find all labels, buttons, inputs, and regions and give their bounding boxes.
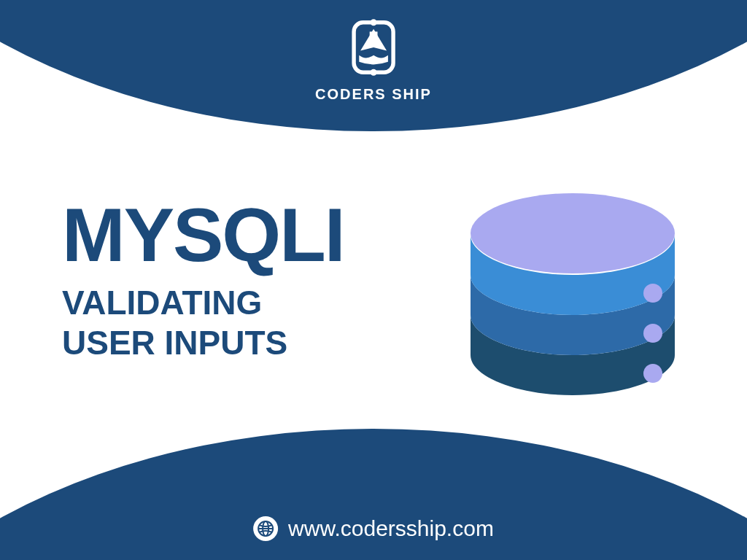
- svg-rect-3: [370, 31, 378, 36]
- brand-logo: CODERS SHIP: [315, 15, 432, 103]
- svg-point-2: [371, 69, 377, 76]
- footer-bar: www.codersship.com: [253, 516, 494, 541]
- brand-name: CODERS SHIP: [315, 86, 432, 103]
- database-icon: [452, 191, 693, 435]
- ship-logo-icon: [341, 15, 406, 83]
- svg-point-1: [371, 19, 377, 26]
- headline-block: MYSQLI VALIDATING USER INPUTS: [62, 197, 344, 363]
- subtitle-line-1: VALIDATING: [62, 283, 344, 323]
- website-url: www.codersship.com: [288, 516, 494, 541]
- svg-point-5: [643, 284, 662, 303]
- page-title: MYSQLI: [62, 197, 344, 273]
- subtitle-line-2: USER INPUTS: [62, 323, 344, 363]
- svg-point-7: [643, 364, 662, 383]
- svg-point-6: [643, 324, 662, 343]
- svg-point-4: [471, 193, 675, 273]
- page-subtitle: VALIDATING USER INPUTS: [62, 283, 344, 363]
- globe-icon: [253, 516, 278, 541]
